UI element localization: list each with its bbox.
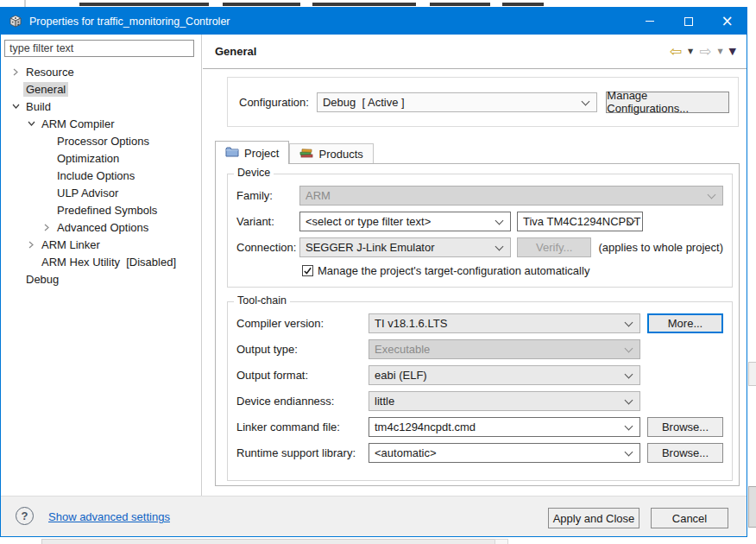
browse-runtime-button[interactable]: Browse... — [647, 443, 723, 463]
chevron-collapsed-icon[interactable] — [23, 237, 39, 251]
cancel-label: Cancel — [672, 512, 707, 525]
sidebar-item-optimization[interactable]: Optimization — [1, 149, 200, 167]
configuration-value: Debug [ Active ] — [323, 96, 405, 109]
cancel-button[interactable]: Cancel — [651, 508, 728, 528]
configuration-label: Configuration: — [239, 96, 309, 109]
manage-target-checkbox[interactable] — [302, 265, 313, 276]
browse-linker-label: Browse... — [662, 421, 709, 433]
manage-target-label: Manage the project's target-configuratio… — [318, 264, 589, 277]
sidebar-item-include-options[interactable]: Include Options — [1, 167, 200, 184]
device-group-legend: Device — [234, 167, 274, 179]
family-combo: ARM — [299, 186, 723, 206]
output-format-row: Output format: eabi (ELF) — [236, 365, 723, 385]
chevron-expanded-icon[interactable] — [23, 117, 39, 130]
sidebar-item-debug[interactable]: Debug — [1, 270, 200, 288]
device-group: Device Family: ARM Variant: <select or t… — [227, 174, 733, 288]
filter-input[interactable] — [4, 40, 194, 57]
output-type-value: Executable — [375, 343, 430, 356]
minimize-button[interactable] — [630, 8, 669, 35]
variant-filter-combo[interactable]: <select or type filter text> — [299, 212, 511, 231]
sidebar: Resource General Build ARM Compiler Proc… — [1, 35, 202, 496]
compiler-version-combo[interactable]: TI v18.1.6.LTS — [369, 313, 640, 333]
runtime-support-combo[interactable]: <automatic> — [369, 443, 640, 463]
sidebar-item-arm-compiler[interactable]: ARM Compiler — [1, 115, 200, 132]
browse-linker-button[interactable]: Browse... — [647, 417, 723, 437]
tab-products[interactable]: Products — [289, 143, 373, 164]
sidebar-item-resource[interactable]: Resource — [1, 63, 200, 80]
tab-strip: Project Products — [215, 141, 374, 164]
app-cube-icon — [9, 15, 22, 28]
sidebar-item-arm-linker[interactable]: ARM Linker — [1, 236, 200, 253]
connection-label: Connection: — [236, 241, 299, 254]
maximize-button[interactable] — [669, 8, 708, 35]
connection-combo[interactable]: SEGGER J-Link Emulator — [299, 237, 511, 257]
more-button[interactable]: More... — [647, 313, 723, 333]
family-value: ARM — [306, 189, 331, 202]
chevron-placeholder — [39, 168, 54, 182]
runtime-support-row: Runtime support library: <automatic> Bro… — [236, 443, 723, 463]
properties-tree: Resource General Build ARM Compiler Proc… — [1, 63, 200, 496]
sidebar-item-predefined-symbols[interactable]: Predefined Symbols — [1, 201, 200, 218]
chevron-placeholder — [8, 272, 23, 286]
titlebar: Properties for traffic_monitoring_Contro… — [1, 8, 747, 35]
chevron-placeholder — [39, 134, 54, 148]
sidebar-item-processor-options[interactable]: Processor Options — [1, 132, 200, 149]
tree-item-label: ARM Linker — [39, 237, 103, 252]
sidebar-item-ulp-advisor[interactable]: ULP Advisor — [1, 184, 200, 201]
chevron-down-icon — [495, 243, 504, 251]
tab-project[interactable]: Project — [215, 141, 289, 164]
manage-target-row: Manage the project's target-configuratio… — [302, 263, 723, 277]
tree-item-label-selected: General — [23, 82, 68, 97]
back-arrow-icon[interactable]: ⇦ — [670, 44, 682, 59]
tree-item-label: Optimization — [54, 151, 122, 166]
close-button[interactable]: × — [708, 8, 747, 35]
properties-dialog: Properties for traffic_monitoring_Contro… — [0, 7, 747, 537]
sidebar-item-general[interactable]: General — [1, 80, 200, 98]
apply-and-close-button[interactable]: Apply and Close — [548, 508, 639, 528]
manage-configurations-button[interactable]: Manage Configurations... — [606, 92, 729, 113]
tree-item-label: Build — [23, 99, 54, 114]
chevron-expanded-icon[interactable] — [8, 99, 23, 113]
background-top-strip — [0, 0, 756, 7]
sidebar-item-arm-hex-utility[interactable]: ARM Hex Utility [Disabled] — [1, 253, 200, 270]
device-endianness-combo[interactable]: little — [369, 391, 640, 411]
device-endianness-label: Device endianness: — [236, 395, 369, 408]
chevron-placeholder — [39, 151, 54, 165]
tree-item-label: Advanced Options — [54, 220, 151, 235]
background-bottom-strip — [0, 537, 756, 544]
books-stack-icon — [299, 148, 313, 161]
tree-item-label: Predefined Symbols — [54, 203, 160, 218]
back-dropdown-icon[interactable]: ▼ — [688, 48, 693, 55]
help-icon[interactable]: ? — [16, 507, 34, 525]
output-type-label: Output type: — [236, 343, 369, 356]
variant-combo[interactable]: Tiva TM4C1294NCPDT — [517, 212, 643, 231]
linker-command-file-combo[interactable]: tm4c1294ncpdt.cmd — [369, 417, 640, 437]
connection-note: (applies to whole project) — [598, 241, 723, 254]
chevron-down-icon — [625, 370, 633, 379]
chevron-placeholder — [39, 203, 54, 217]
output-format-combo[interactable]: eabi (ELF) — [369, 365, 640, 385]
variant-filter-value: <select or type filter text> — [306, 215, 431, 228]
tree-item-label: Processor Options — [54, 134, 152, 149]
sidebar-item-build[interactable]: Build — [1, 98, 200, 115]
browse-runtime-label: Browse... — [662, 446, 709, 459]
tree-item-label: ARM Hex Utility [Disabled] — [39, 255, 179, 269]
dialog-footer: ? Show advanced settings Apply and Close… — [1, 496, 747, 536]
chevron-down-icon — [495, 217, 504, 225]
configuration-box: Configuration: Debug [ Active ] Manage C… — [227, 77, 739, 127]
show-advanced-settings-link[interactable]: Show advanced settings — [48, 510, 170, 523]
chevron-down-icon — [625, 422, 633, 431]
chevron-collapsed-icon[interactable] — [8, 65, 23, 79]
forward-arrow-icon: ⇨ — [699, 44, 711, 59]
tree-item-label: Include Options — [54, 168, 137, 183]
help-glyph: ? — [22, 509, 28, 522]
chevron-collapsed-icon[interactable] — [39, 220, 54, 234]
view-menu-icon[interactable]: ▼ — [729, 47, 736, 56]
chevron-down-icon — [582, 97, 590, 105]
main-panel: General ⇦ ▼ ⇨ ▼ ▼ Configuration: Debug [… — [203, 35, 747, 496]
window-controls: × — [630, 8, 747, 35]
tab-project-label: Project — [244, 147, 279, 160]
apply-and-close-label: Apply and Close — [553, 512, 635, 525]
configuration-combo[interactable]: Debug [ Active ] — [317, 92, 597, 112]
sidebar-item-advanced-options[interactable]: Advanced Options — [1, 218, 200, 236]
